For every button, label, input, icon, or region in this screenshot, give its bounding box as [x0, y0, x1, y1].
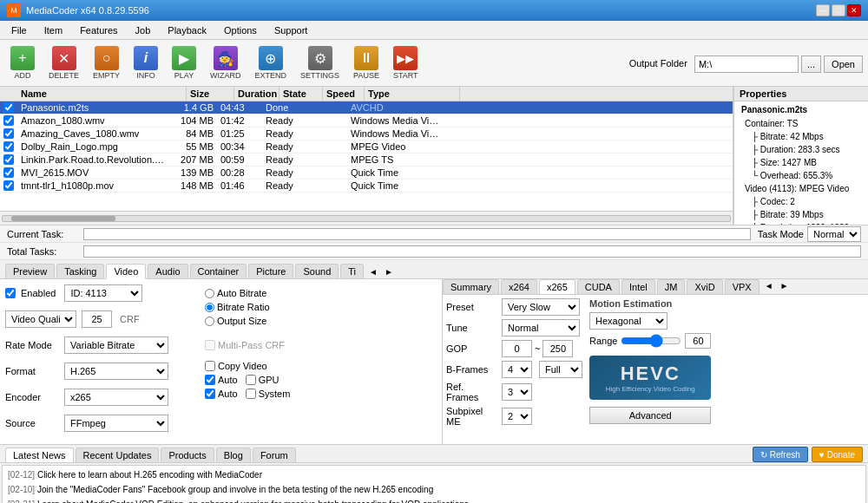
col-header-size[interactable]: Size — [187, 87, 234, 101]
auto-checkbox[interactable] — [205, 375, 215, 385]
news-tab-latest[interactable]: Latest News — [5, 447, 74, 462]
pause-button[interactable]: ⏸ PAUSE — [348, 42, 385, 83]
subpixel-select[interactable]: 2 — [502, 408, 532, 425]
advanced-button[interactable]: Advanced — [589, 407, 711, 424]
delete-button[interactable]: ✕ DELETE — [43, 42, 84, 83]
col-header-type[interactable]: Type — [365, 87, 460, 101]
donate-button[interactable]: ♥ Donate — [812, 447, 863, 462]
range-value-input[interactable] — [685, 333, 711, 349]
col-header-duration[interactable]: Duration — [234, 87, 279, 101]
auto-bitrate-radio[interactable]: Auto Bitrate — [205, 288, 290, 298]
list-item[interactable]: [02-12] Click here to learn about H.265 … — [8, 467, 860, 482]
extend-button[interactable]: ⊕ EXTEND — [250, 42, 293, 83]
tab-picture[interactable]: Picture — [248, 264, 293, 278]
file-checkbox[interactable] — [3, 102, 14, 113]
menu-job[interactable]: Job — [128, 23, 159, 38]
tab-container[interactable]: Container — [190, 264, 247, 278]
wizard-button[interactable]: 🧙 WIZARD — [205, 42, 247, 83]
add-button[interactable]: + ADD — [5, 42, 40, 83]
file-checkbox[interactable] — [3, 115, 14, 126]
file-checkbox[interactable] — [3, 154, 14, 165]
right-tabs-arrow-left[interactable]: ◄ — [761, 279, 777, 294]
table-row[interactable]: MVI_2615.MOV 139 MB 00:28 Ready Quick Ti… — [0, 167, 733, 180]
maximize-button[interactable]: □ — [832, 4, 845, 16]
tab-cuda[interactable]: CUDA — [577, 279, 620, 294]
file-checkbox[interactable] — [3, 167, 14, 178]
info-button[interactable]: i INFO — [128, 42, 163, 83]
bframes-select[interactable]: 4 — [502, 361, 532, 378]
rate-mode-select[interactable]: Variable Bitrate — [64, 336, 168, 354]
tab-video[interactable]: Video — [106, 264, 146, 279]
refresh-button[interactable]: ↻ Refresh — [753, 447, 808, 462]
table-row[interactable]: Linkin.Park.Road.to.Revolution.20... 207… — [0, 154, 733, 167]
file-list[interactable]: Panasonic.m2ts 1.4 GB 04:43 Done AVCHD A… — [0, 101, 733, 211]
table-row[interactable]: Dolby_Rain_Logo.mpg 55 MB 00:34 Ready MP… — [0, 140, 733, 154]
format-select[interactable]: H.265 — [64, 363, 168, 380]
tab-summary[interactable]: Summary — [443, 279, 499, 294]
output-open-button[interactable]: Open — [824, 56, 863, 73]
range-slider[interactable] — [621, 334, 681, 348]
tab-xvid[interactable]: XviD — [687, 279, 722, 294]
menu-features[interactable]: Features — [72, 23, 125, 38]
tab-x264[interactable]: x264 — [501, 279, 537, 294]
empty-button[interactable]: ○ EMPTY — [88, 42, 125, 83]
preset-select[interactable]: Very Slow — [502, 298, 580, 316]
col-header-name[interactable]: Name — [17, 87, 187, 101]
tab-vpx[interactable]: VPX — [725, 279, 760, 294]
list-item[interactable]: [02-10] Join the "MediaCoder Fans" Faceb… — [8, 482, 860, 497]
news-tab-products[interactable]: Products — [161, 447, 214, 462]
file-checkbox[interactable] — [3, 141, 14, 152]
start-button[interactable]: ▶▶ START — [388, 42, 424, 83]
quality-input[interactable] — [82, 310, 112, 328]
menu-options[interactable]: Options — [216, 23, 265, 38]
tab-preview[interactable]: Preview — [5, 264, 55, 278]
tab-ti[interactable]: Ti — [340, 264, 364, 278]
file-checkbox[interactable] — [3, 128, 14, 139]
right-tabs-arrow-right[interactable]: ► — [777, 279, 792, 294]
motion-select[interactable]: Hexagonal — [589, 312, 667, 330]
output-size-radio[interactable]: Output Size — [205, 316, 290, 326]
ref-frames-select[interactable]: 3 — [502, 383, 532, 401]
bframes-mode-select[interactable]: Full — [539, 361, 582, 378]
file-list-scrollbar[interactable] — [0, 211, 733, 225]
menu-item[interactable]: Item — [36, 23, 70, 38]
play-button[interactable]: ▶ PLAY — [167, 42, 201, 83]
menu-file[interactable]: File — [3, 23, 35, 38]
copy-video-check[interactable]: Copy Video — [205, 361, 290, 371]
output-browse-button[interactable]: ... — [801, 56, 821, 73]
tabs-arrow-left[interactable]: ◄ — [365, 265, 381, 278]
news-tab-blog[interactable]: Blog — [216, 447, 251, 462]
tab-x265[interactable]: x265 — [539, 279, 575, 294]
table-row[interactable]: Amazing_Caves_1080.wmv 84 MB 01:25 Ready… — [0, 127, 733, 140]
col-header-state[interactable]: State — [279, 87, 323, 101]
table-row[interactable]: Panasonic.m2ts 1.4 GB 04:43 Done AVCHD — [0, 101, 733, 114]
gop-max-input[interactable] — [542, 340, 573, 357]
video-quality-select[interactable]: Video Quality — [5, 310, 76, 328]
tune-select[interactable]: Normal — [502, 319, 580, 336]
tab-jm[interactable]: JM — [657, 279, 686, 294]
source-select[interactable]: FFmpeg — [64, 415, 168, 432]
id-select[interactable]: ID: 4113 — [64, 284, 142, 302]
menu-support[interactable]: Support — [266, 23, 316, 38]
tab-tasking[interactable]: Tasking — [56, 264, 104, 278]
news-tab-forum[interactable]: Forum — [253, 447, 296, 462]
output-path-input[interactable] — [694, 56, 799, 73]
enabled-checkbox[interactable] — [5, 288, 16, 298]
close-button[interactable]: ✕ — [847, 4, 861, 16]
system-checkbox[interactable] — [246, 389, 256, 399]
list-item[interactable]: [03-31] Learn about MediaCoder VOD Editi… — [8, 497, 860, 503]
table-row[interactable]: tmnt-tlr1_h1080p.mov 148 MB 01:46 Ready … — [0, 180, 733, 193]
menu-playback[interactable]: Playback — [160, 23, 214, 38]
news-tab-updates[interactable]: Recent Updates — [76, 447, 160, 462]
tab-audio[interactable]: Audio — [148, 264, 187, 278]
table-row[interactable]: Amazon_1080.wmv 104 MB 01:42 Ready Windo… — [0, 114, 733, 127]
gpu-checkbox[interactable] — [246, 375, 256, 385]
col-header-speed[interactable]: Speed — [323, 87, 365, 101]
tab-sound[interactable]: Sound — [295, 264, 339, 278]
bitrate-ratio-radio[interactable]: Bitrate Ratio — [205, 302, 290, 312]
tabs-arrow-right[interactable]: ► — [381, 265, 397, 278]
encoder-select[interactable]: x265 — [64, 389, 168, 406]
auto2-checkbox[interactable] — [205, 389, 215, 399]
settings-button[interactable]: ⚙ SETTINGS — [295, 42, 345, 83]
file-checkbox[interactable] — [3, 180, 14, 191]
